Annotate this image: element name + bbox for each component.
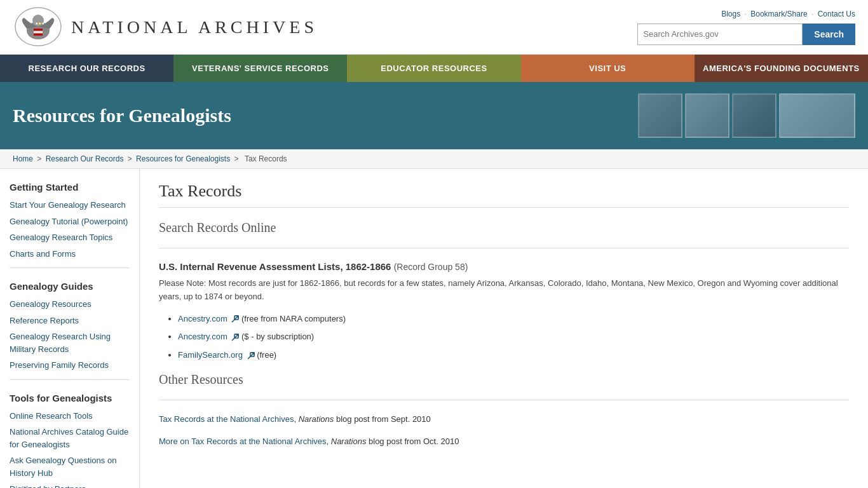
main-nav: RESEARCH OUR RECORDS VETERANS' SERVICE R… [0,55,868,82]
svg-rect-4 [34,29,43,30]
online-links-list: Ancestry.com (free from NARA computers) … [178,313,849,362]
section2-divider [159,400,849,400]
sidebar-link-tutorial[interactable]: Genealogy Tutorial (Powerpoint) [10,215,130,228]
contact-link[interactable]: Contact Us [818,10,855,18]
other-resource-1: Tax Records at the National Archives, Na… [159,413,849,426]
list-item-ancestry1: Ancestry.com (free from NARA computers) [178,313,849,326]
ancestry-link-2[interactable]: Ancestry.com [178,332,227,341]
sidebar-link-military[interactable]: Genealogy Research Using Military Record… [10,330,130,355]
svg-rect-6 [34,34,43,36]
list-item-familysearch: FamilySearch.org (free) [178,349,849,362]
sidebar-link-resources[interactable]: Genealogy Resources [10,298,130,311]
sidebar-link-research-topics[interactable]: Genealogy Research Topics [10,231,130,244]
nav-educator[interactable]: EDUCATOR RESOURCES [347,55,520,82]
sidebar: Getting Started Start Your Genealogy Res… [0,169,140,488]
banner-photo-1 [638,93,682,138]
header-right: Blogs · Bookmark/Share · Contact Us Sear… [637,10,855,45]
sidebar-link-family-records[interactable]: Preserving Family Records [10,359,130,372]
breadcrumb-research[interactable]: Research Our Records [46,154,124,163]
publication-1: Narations [299,414,334,424]
eagle-logo: ★★★ [13,6,64,48]
external-link-icon-2 [231,334,239,341]
external-link-icon-1 [231,315,239,323]
record-group: (Record Group 58) [394,262,468,272]
sidebar-link-digitized[interactable]: Digitized by Partners [10,483,130,488]
record-note: Please Note: Most records are just for 1… [159,277,849,304]
site-header: ★★★ NATIONAL ARCHIVES Blogs · Bookmark/S… [0,0,868,55]
nav-research[interactable]: RESEARCH OUR RECORDS [0,55,173,82]
sidebar-link-catalog[interactable]: National Archives Catalog Guide for Gene… [10,426,130,451]
sidebar-link-history-hub[interactable]: Ask Genealogy Questions on History Hub [10,454,130,479]
logo-area: ★★★ NATIONAL ARCHIVES [13,6,318,48]
sidebar-getting-started-title: Getting Started [10,182,130,193]
section2-heading: Other Resources [159,372,849,387]
nav-founding[interactable]: AMERICA'S FOUNDING DOCUMENTS [695,55,868,82]
blogs-link[interactable]: Blogs [721,10,740,18]
page-banner-title: Resources for Genealogists [13,105,231,126]
external-link-icon-3 [247,352,255,360]
publication-2: Narations [331,437,367,446]
banner-photo-2 [685,93,729,138]
breadcrumb-current: Tax Records [245,154,287,163]
sidebar-link-start-genealogy[interactable]: Start Your Genealogy Research [10,199,130,212]
breadcrumb: Home > Research Our Records > Resources … [0,149,868,169]
content-area: Getting Started Start Your Genealogy Res… [0,169,868,488]
sidebar-link-reference-reports[interactable]: Reference Reports [10,315,130,327]
record-title: U.S. Internal Revenue Assessment Lists, … [159,261,849,272]
other-resource-2: More on Tax Records at the National Arch… [159,435,849,449]
banner-photo-4 [779,93,855,138]
main-content: Tax Records Search Records Online U.S. I… [140,169,868,488]
svg-text:★★★: ★★★ [35,22,44,25]
content-page-heading: Tax Records [159,182,849,208]
search-button[interactable]: Search [803,24,855,45]
section1-divider [159,248,849,248]
sidebar-divider-1 [10,268,130,268]
banner-photo-3 [732,93,776,138]
nav-veterans[interactable]: VETERANS' SERVICE RECORDS [173,55,347,82]
sidebar-tools-title: Tools for Genealogists [10,393,130,403]
top-links: Blogs · Bookmark/Share · Contact Us [721,10,855,18]
sidebar-link-online-tools[interactable]: Online Research Tools [10,410,130,423]
search-input[interactable] [637,24,803,45]
bookmark-link[interactable]: Bookmark/Share [750,10,807,18]
sidebar-link-charts-forms[interactable]: Charts and Forms [10,248,130,261]
sidebar-divider-2 [10,379,130,380]
page-banner: Resources for Genealogists [0,82,868,149]
svg-rect-5 [34,31,43,33]
nav-visit[interactable]: VISIT US [521,55,695,82]
list-item-ancestry2: Ancestry.com ($ - by subscription) [178,330,849,344]
search-area: Search [637,24,855,45]
tax-records-blog-link-2[interactable]: More on Tax Records at the National Arch… [159,437,327,446]
breadcrumb-genealogy[interactable]: Resources for Genealogists [136,154,230,163]
tax-records-blog-link-1[interactable]: Tax Records at the National Archives [159,414,294,424]
ancestry-link-1[interactable]: Ancestry.com [178,314,227,323]
other-resources-section: Other Resources Tax Records at the Natio… [159,372,849,449]
sidebar-guides-title: Genealogy Guides [10,281,130,292]
logo-text: NATIONAL ARCHIVES [71,17,318,37]
section1-heading: Search Records Online [159,220,849,235]
breadcrumb-home[interactable]: Home [13,154,33,163]
familysearch-link[interactable]: FamilySearch.org [178,350,243,360]
banner-photos [638,93,855,138]
